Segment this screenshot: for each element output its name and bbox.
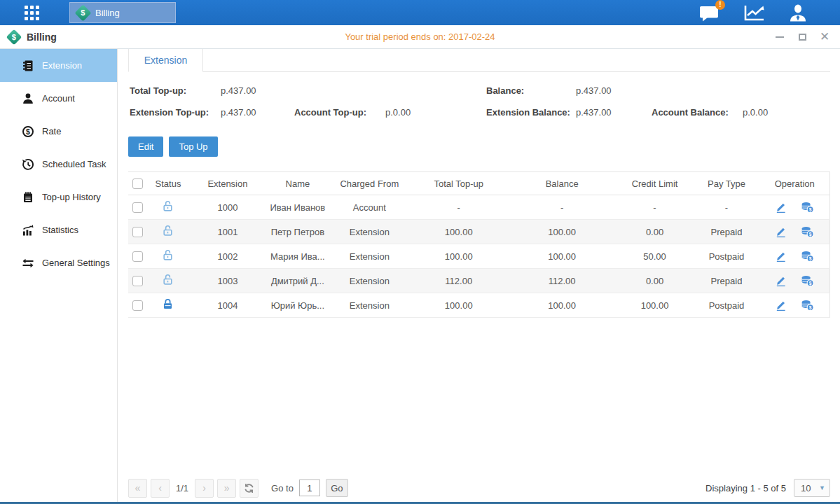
cell-balance: 100.00 <box>508 220 617 244</box>
row-checkbox[interactable] <box>132 202 143 213</box>
col-header-pay-type: Pay Type <box>694 172 760 195</box>
pagination-bar: « ‹ 1/1 › » Go to Go Displaying 1 - 5 of… <box>128 478 830 498</box>
billing-summary: Total Top-up: p.437.00 Balance: p.437.00… <box>130 80 830 123</box>
cell-extension: 1001 <box>189 220 266 244</box>
summary-value: p.0.00 <box>385 107 486 118</box>
summary-label: Account Top-up: <box>294 107 385 118</box>
lock-icon <box>162 298 174 310</box>
select-all-checkbox[interactable] <box>132 178 143 189</box>
svg-text:$: $ <box>809 207 812 213</box>
cell-charged-from: Extension <box>329 269 410 293</box>
sidebar-item-extension[interactable]: Extension <box>0 49 117 82</box>
tabstrip: Extension <box>128 49 830 72</box>
edit-icon[interactable] <box>775 300 787 312</box>
cell-name: Дмитрий Д... <box>266 269 329 293</box>
cell-extension: 1003 <box>189 269 266 293</box>
bar-chart-icon <box>22 224 34 237</box>
first-page-button[interactable]: « <box>128 479 147 498</box>
last-page-button[interactable]: » <box>217 479 236 498</box>
topup-icon[interactable]: $ <box>801 250 814 262</box>
cell-balance: - <box>508 195 617 220</box>
sidebar-item-label: General Settings <box>42 258 110 268</box>
goto-label: Go to <box>271 483 294 493</box>
sidebar-item-label: Top-up History <box>42 192 101 202</box>
table-header-row: Status Extension Name Charged From Total… <box>128 172 830 195</box>
sidebar-item-account[interactable]: Account <box>0 82 117 115</box>
cell-credit-limit: 100.00 <box>617 293 694 318</box>
chevron-down-icon: ▼ <box>819 484 829 491</box>
col-header-name: Name <box>266 172 329 195</box>
svg-text:$: $ <box>809 305 812 311</box>
row-checkbox[interactable] <box>132 300 143 311</box>
refresh-icon <box>244 483 254 493</box>
sidebar-item-rate[interactable]: $ Rate <box>0 115 117 148</box>
maximize-button[interactable] <box>797 31 808 43</box>
goto-page-input[interactable] <box>299 479 320 496</box>
account-button[interactable] <box>788 4 808 22</box>
user-icon <box>788 4 808 22</box>
sidebar-item-topup-history[interactable]: Top-up History <box>0 181 117 214</box>
next-page-button[interactable]: › <box>195 479 214 498</box>
page-size-select[interactable]: 10 ▼ <box>794 479 830 497</box>
topup-icon[interactable]: $ <box>801 201 814 214</box>
cell-total-topup: 100.00 <box>410 244 508 269</box>
sidebar-item-label: Statistics <box>42 225 78 235</box>
edit-button[interactable]: Edit <box>128 136 163 157</box>
cell-balance: 100.00 <box>508 293 617 318</box>
sliders-icon <box>22 257 34 270</box>
notifications-button[interactable]: ! <box>699 4 720 22</box>
prev-page-button[interactable]: ‹ <box>151 479 170 498</box>
top-up-button[interactable]: Top Up <box>169 136 217 157</box>
sidebar-item-general-settings[interactable]: General Settings <box>0 246 117 279</box>
row-checkbox[interactable] <box>132 276 143 286</box>
ledger-icon <box>22 59 34 72</box>
edit-icon[interactable] <box>775 251 787 262</box>
col-header-balance: Balance <box>508 172 617 195</box>
sidebar-item-label: Account <box>42 93 75 104</box>
col-header-operation: Operation <box>759 172 829 195</box>
cell-credit-limit: 0.00 <box>617 220 694 244</box>
sidebar-item-scheduled-task[interactable]: Scheduled Task <box>0 148 117 181</box>
summary-value: p.437.00 <box>576 85 652 96</box>
cell-name: Петр Петров <box>266 220 329 244</box>
cell-total-topup: 100.00 <box>410 293 508 318</box>
close-button[interactable]: ✕ <box>819 31 830 43</box>
summary-value: p.437.00 <box>576 107 652 118</box>
taskbar-tab-billing[interactable]: $ Billing <box>69 2 176 23</box>
notepad-icon <box>22 191 34 204</box>
notification-badge: ! <box>715 0 725 10</box>
cell-credit-limit: 50.00 <box>617 244 694 269</box>
edit-icon[interactable] <box>775 275 787 287</box>
cell-total-topup: 100.00 <box>410 220 508 244</box>
line-chart-icon <box>743 4 765 22</box>
row-checkbox[interactable] <box>132 251 143 262</box>
window-billing-icon: $ <box>6 29 22 45</box>
cell-credit-limit: - <box>617 195 694 220</box>
page-indicator: 1/1 <box>176 483 188 493</box>
summary-label: Total Top-up: <box>130 85 221 96</box>
edit-icon[interactable] <box>775 202 787 214</box>
summary-label: Balance: <box>486 85 576 96</box>
content-panel: Extension Total Top-up: p.437.00 Balance… <box>118 49 840 502</box>
summary-label: Account Balance: <box>652 107 743 118</box>
tab-extension[interactable]: Extension <box>128 49 203 72</box>
cell-pay-type: - <box>694 195 760 220</box>
topup-icon[interactable]: $ <box>801 274 814 287</box>
cell-pay-type: Postpaid <box>694 293 760 318</box>
go-button[interactable]: Go <box>326 479 348 497</box>
col-header-charged-from: Charged From <box>329 172 410 195</box>
minimize-button[interactable] <box>774 31 785 43</box>
app-launcher-icon[interactable] <box>25 6 39 20</box>
row-checkbox[interactable] <box>132 227 143 237</box>
topup-icon[interactable]: $ <box>801 299 814 312</box>
cell-charged-from: Extension <box>329 293 410 318</box>
edit-icon[interactable] <box>775 226 787 238</box>
cell-name: Мария Ива... <box>266 244 329 269</box>
refresh-button[interactable] <box>240 479 259 498</box>
topup-icon[interactable]: $ <box>801 225 814 238</box>
reports-button[interactable] <box>743 4 765 22</box>
col-header-credit-limit: Credit Limit <box>617 172 694 195</box>
trial-notice: Your trial period ends on: 2017-02-24 <box>0 31 840 42</box>
summary-value: p.437.00 <box>221 107 294 118</box>
sidebar-item-statistics[interactable]: Statistics <box>0 214 117 246</box>
